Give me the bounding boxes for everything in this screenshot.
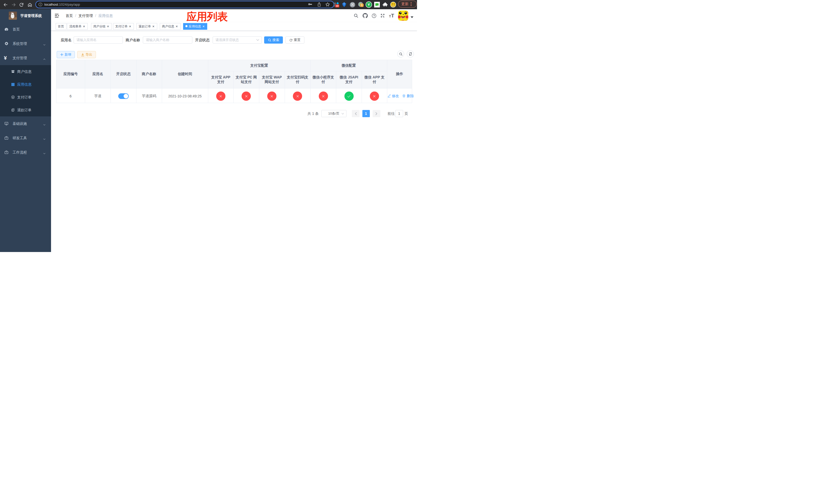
- svg-text:⌘: ⌘: [351, 3, 354, 7]
